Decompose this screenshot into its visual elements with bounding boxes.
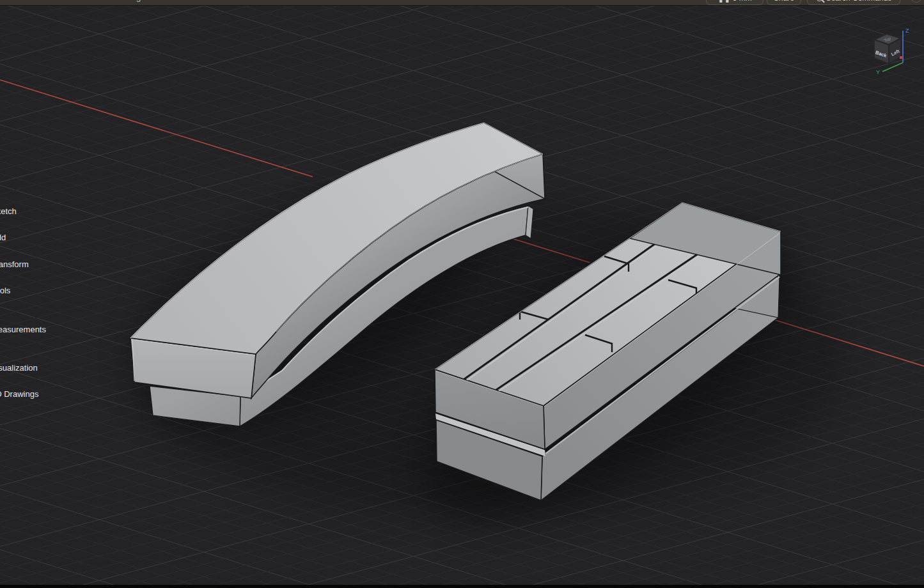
help-button[interactable]: ? [911,0,922,3]
sidebar-item-tools[interactable]: Tools [0,285,10,296]
history-code-icon[interactable]: <|> [60,0,78,1]
share-label: Share [774,0,794,3]
view-cube[interactable]: Back Left Top Z Y [874,27,909,75]
document-title[interactable]: Unnamed Design [81,0,145,4]
search-label: Search Commands [826,0,892,3]
sidebar-item-measurements[interactable]: Measurements [0,324,46,335]
search-commands-button[interactable]: Search Commands [807,0,900,5]
grid-size-value: 5 mm [733,0,752,3]
sidebar-item-sketch[interactable]: Sketch [0,206,17,217]
keyboard-icon[interactable]: ⌨ [657,0,670,1]
sidebar-item-add[interactable]: Add [0,232,6,243]
search-icon [816,0,823,1]
share-button[interactable]: Share [767,0,801,5]
grid-size-button[interactable]: ❚❚ 5 mm [706,0,763,5]
sidebar-toggle-icon[interactable]: ▥ [10,0,23,1]
app-window: Back Left Top Z Y Sketch Add Transform T… [0,0,924,588]
viewport-3d[interactable]: Back Left Top Z Y [0,0,924,588]
z-axis-label: Z [905,27,909,34]
grid-apps-icon[interactable]: ⊞ [36,0,49,1]
feedback-face-icon[interactable]: ☺ [682,0,694,1]
sidebar-item-2d-drawings[interactable]: 2D Drawings [0,389,38,399]
y-axis-label: Y [876,69,880,75]
top-bar: ▥ ⊞ <|> Unnamed Design ⌨ ☺ ❚❚ 5 mm Share… [0,0,924,6]
sidebar-item-transform[interactable]: Transform [0,259,29,270]
window-bottom-edge [0,585,924,588]
sidebar-item-visualization[interactable]: Visualization [0,362,38,373]
